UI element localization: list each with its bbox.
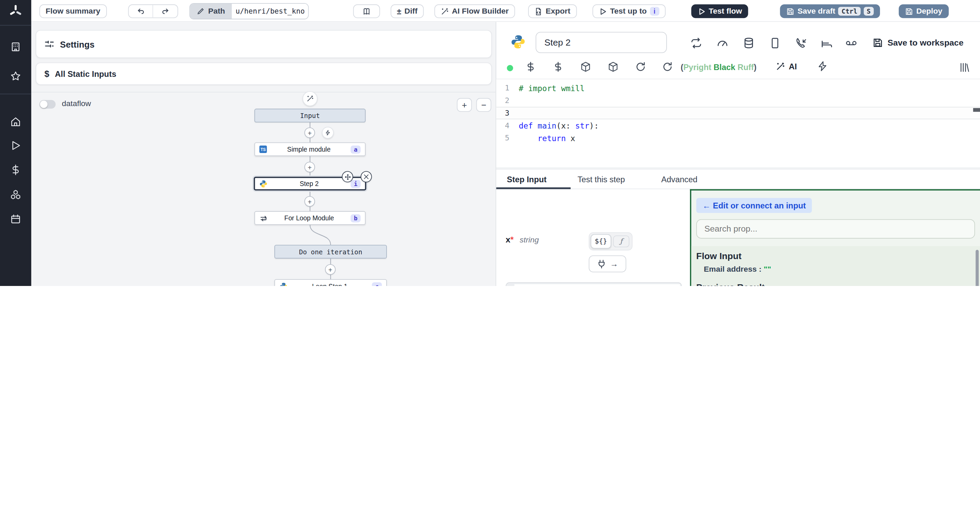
line-number: 4 (496, 121, 519, 130)
save-icon (786, 7, 795, 15)
test-up-to-button[interactable]: Test up to i (592, 5, 665, 18)
edit-or-connect-button[interactable]: ← Edit or connect an input (696, 198, 812, 213)
variable-dollar-icon[interactable] (553, 61, 564, 73)
node-loop-step-1[interactable]: Loop Step 1 c (274, 279, 387, 286)
variable-dollar-icon[interactable] (525, 61, 536, 73)
refresh-icon[interactable] (635, 61, 646, 73)
node-do-one-iteration[interactable]: Do one iteration (274, 245, 387, 259)
status-dot (507, 65, 513, 71)
python-icon (259, 179, 267, 188)
package-icon[interactable] (580, 61, 591, 73)
save-to-workspace-button[interactable]: Save to workspace (872, 37, 963, 48)
delete-node-button[interactable] (361, 171, 372, 182)
node-simple-module[interactable]: TS Simple module a (255, 143, 366, 156)
trigger-bolt-button[interactable] (322, 127, 334, 139)
node-label: Input (300, 112, 320, 119)
tab-test-this-step[interactable]: Test this step (578, 170, 625, 189)
insert-step-button[interactable]: + (304, 127, 315, 138)
phone-incoming-icon[interactable] (795, 37, 808, 49)
javascript-fn-toggle[interactable]: ƒ (613, 235, 630, 247)
step-name-input[interactable] (536, 32, 667, 53)
code-line[interactable]: 4def main(x: str): (496, 119, 980, 132)
runs-play-icon[interactable] (10, 140, 21, 151)
flow-graph: Input TS Simple module a Step 2 i For Lo… (31, 92, 496, 286)
redo-button[interactable] (153, 5, 178, 18)
flow-input-heading: Flow Input (696, 251, 980, 261)
node-input[interactable]: Input (255, 109, 366, 122)
ai-wand-node-button[interactable] (302, 91, 318, 106)
variables-dollar-icon[interactable] (10, 164, 21, 176)
node-id-badge: c (372, 282, 382, 286)
database-icon[interactable] (743, 37, 755, 49)
insert-step-button[interactable]: + (325, 264, 336, 275)
flow-input-row[interactable]: Email address : "" (704, 265, 980, 274)
refresh-icon[interactable] (662, 61, 673, 73)
node-for-loop[interactable]: For Loop Module b (255, 211, 366, 225)
package-icon[interactable] (608, 61, 619, 73)
plug-icon (597, 259, 606, 269)
tab-advanced[interactable]: Advanced (661, 170, 697, 189)
python-icon (279, 282, 288, 286)
path-input[interactable] (232, 4, 308, 19)
resize-handle[interactable] (496, 167, 980, 170)
template-expr-toggle[interactable]: ${} (591, 234, 611, 249)
code-editor[interactable]: 1# import wmill234def main(x: str):5 ret… (496, 79, 980, 167)
path-edit-button[interactable]: Path (190, 4, 232, 19)
diff-button[interactable]: ±Diff (391, 5, 424, 18)
export-label: Export (546, 7, 570, 16)
line-number: 1 (496, 84, 519, 92)
schedules-calendar-icon[interactable] (10, 214, 21, 225)
pyright-label: Pyright (683, 63, 711, 72)
fn-toggle-label: ƒ (620, 237, 622, 246)
close-icon (363, 174, 369, 180)
move-node-button[interactable] (342, 171, 353, 182)
code-line[interactable]: 5 return x (496, 132, 980, 144)
tab-label: Test this step (578, 175, 625, 184)
window-icon[interactable] (769, 37, 781, 49)
settings-row[interactable]: Settings (36, 30, 492, 58)
sync-icon[interactable] (690, 37, 703, 49)
ai-flow-builder-button[interactable]: AI Flow Builder (434, 5, 515, 18)
ai-assistant-button[interactable]: AI (775, 62, 797, 71)
code-line[interactable]: 2 (496, 94, 980, 107)
search-prop-input[interactable] (696, 219, 975, 239)
wand-icon (775, 62, 785, 71)
home-icon[interactable] (10, 116, 21, 127)
test-up-to-label: Test up to (610, 7, 647, 16)
tab-label: Step Input (507, 175, 547, 184)
ai-label: AI (789, 62, 797, 71)
insert-step-button[interactable]: + (304, 196, 315, 207)
route-icon[interactable] (821, 37, 833, 49)
all-static-inputs-row[interactable]: $ All Static Inputs (36, 63, 492, 85)
resources-boxes-icon[interactable] (10, 189, 21, 201)
code-line[interactable]: 3 (496, 107, 980, 119)
diff-label: Diff (404, 7, 417, 16)
voicemail-icon[interactable] (845, 37, 858, 49)
bolt-icon[interactable] (817, 60, 828, 72)
lang-assistants-label: (Pyright Black Ruff) (681, 63, 756, 72)
arg-value-input[interactable] (506, 282, 682, 286)
settings-label: Settings (60, 39, 94, 49)
docs-book-button[interactable] (353, 5, 380, 18)
tab-step-input[interactable]: Step Input (507, 170, 547, 189)
library-icon[interactable] (959, 62, 970, 73)
test-flow-button[interactable]: Test flow (691, 5, 748, 18)
save-draft-button[interactable]: Save draft Ctrl S (780, 5, 880, 18)
connect-input-button[interactable]: → (589, 255, 626, 272)
undo-button[interactable] (129, 5, 153, 18)
bolt-icon (325, 130, 331, 136)
insert-step-button[interactable]: + (304, 162, 315, 172)
windmill-logo-icon[interactable] (8, 4, 23, 19)
gauge-icon[interactable] (716, 37, 729, 49)
favorites-star-icon[interactable] (10, 71, 21, 82)
scrollbar-thumb[interactable] (975, 250, 978, 286)
workspace-building-icon[interactable] (10, 41, 21, 52)
play-icon (599, 7, 607, 15)
typescript-icon: TS (259, 146, 267, 153)
arg-type: string (520, 235, 539, 244)
prop-key: Email address (704, 265, 757, 274)
deploy-button[interactable]: Deploy (899, 5, 948, 18)
export-button[interactable]: Export (528, 5, 577, 18)
flow-summary-button[interactable]: Flow summary (40, 5, 107, 18)
code-line[interactable]: 1# import wmill (496, 82, 980, 95)
